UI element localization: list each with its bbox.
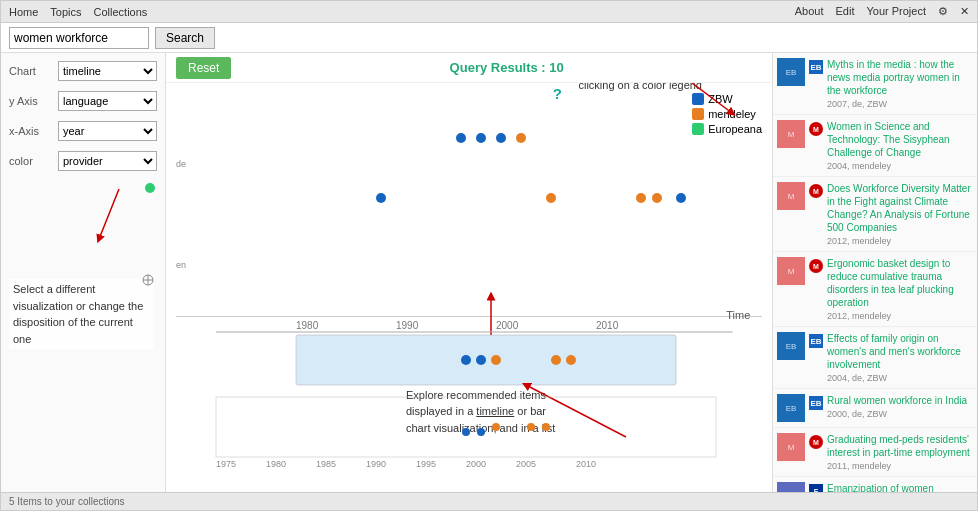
svg-text:2000: 2000 xyxy=(496,320,519,331)
result-text-block: Rural women workforce in India 2000, de,… xyxy=(827,394,973,419)
svg-line-0 xyxy=(99,189,119,239)
svg-rect-19 xyxy=(216,397,716,457)
yaxis-select[interactable]: language xyxy=(58,91,157,111)
scatter-dot[interactable] xyxy=(676,193,686,203)
mendeley-icon: M xyxy=(809,259,823,273)
color-label: color xyxy=(9,155,54,167)
result-text-block: Ergonomic basket design to reduce cumula… xyxy=(827,257,973,321)
yaxis-label: y Axis xyxy=(9,95,54,107)
result-text-block: Women in Science and Technology: The Sis… xyxy=(827,120,973,171)
scatter-dot[interactable] xyxy=(516,133,526,143)
scatter-dot[interactable] xyxy=(636,193,646,203)
color-select[interactable]: provider xyxy=(58,151,157,171)
result-thumbnail: EB xyxy=(777,332,805,360)
topbar-right: About Edit Your Project ⚙ ✕ xyxy=(795,5,969,18)
result-title: Does Workforce Diversity Matter in the F… xyxy=(827,182,973,234)
edit-link[interactable]: Edit xyxy=(836,5,855,18)
svg-point-31 xyxy=(527,423,535,431)
result-text-block: Emanzipation of women workforce/Emanzipa… xyxy=(827,482,973,492)
svg-line-4 xyxy=(692,83,732,113)
result-item[interactable]: M M Ergonomic basket design to reduce cu… xyxy=(773,252,977,327)
help-icon[interactable]: ? xyxy=(553,85,562,102)
svg-point-28 xyxy=(462,428,470,436)
xaxis-select[interactable]: year xyxy=(58,121,157,141)
result-item[interactable]: M M Graduating med-peds residents' inter… xyxy=(773,428,977,477)
mendeley-icon: M xyxy=(809,435,823,449)
svg-text:1985: 1985 xyxy=(316,459,336,469)
svg-text:1990: 1990 xyxy=(366,459,386,469)
svg-text:Time: Time xyxy=(726,309,750,321)
results-list: EB EB Myths in the media : how the news … xyxy=(773,53,977,492)
result-title: Women in Science and Technology: The Sis… xyxy=(827,120,973,159)
result-thumbnail: 📷 xyxy=(777,482,805,492)
result-title: Rural women workforce in India xyxy=(827,394,973,407)
result-item[interactable]: EB EB Rural women workforce in India 200… xyxy=(773,389,977,428)
result-meta: 2004, mendeley xyxy=(827,161,973,171)
status-text: 5 Items to your collections xyxy=(9,496,125,507)
europeana-icon: E xyxy=(809,484,823,492)
svg-point-17 xyxy=(566,355,576,365)
result-item[interactable]: EB EB Myths in the media : how the news … xyxy=(773,53,977,115)
svg-point-16 xyxy=(551,355,561,365)
main-content: Chart timeline bar chart y Axis language… xyxy=(1,53,977,492)
close-icon[interactable]: ✕ xyxy=(960,5,969,18)
svg-point-14 xyxy=(476,355,486,365)
svg-text:2005: 2005 xyxy=(516,459,536,469)
mendeley-icon: M xyxy=(809,122,823,136)
chart-label: Chart xyxy=(9,65,54,77)
eb-icon: EB xyxy=(809,396,823,410)
result-item[interactable]: 📷 E Emanzipation of women workforce/Eman… xyxy=(773,477,977,492)
result-title: Emanzipation of women workforce/Emanzipa… xyxy=(827,482,973,492)
topics-link[interactable]: Topics xyxy=(50,6,81,18)
result-text-block: Myths in the media : how the news media … xyxy=(827,58,973,109)
query-bar: Reset Query Results : 10 xyxy=(166,53,772,83)
result-meta: 2012, mendeley xyxy=(827,236,973,246)
right-panel: EB EB Myths in the media : how the news … xyxy=(772,53,977,492)
result-title: Ergonomic basket design to reduce cumula… xyxy=(827,257,973,309)
svg-point-13 xyxy=(461,355,471,365)
svg-text:1975: 1975 xyxy=(216,459,236,469)
result-title: Graduating med-peds residents' interest … xyxy=(827,433,973,459)
about-link[interactable]: About xyxy=(795,5,824,18)
select-hint: Select a different visualization or chan… xyxy=(9,279,154,349)
result-title: Myths in the media : how the news media … xyxy=(827,58,973,97)
scatter-dot[interactable] xyxy=(456,133,466,143)
svg-text:1980: 1980 xyxy=(266,459,286,469)
svg-text:2000: 2000 xyxy=(466,459,486,469)
scatter-dot[interactable] xyxy=(376,193,386,203)
home-link[interactable]: Home xyxy=(9,6,38,18)
result-meta: 2007, de, ZBW xyxy=(827,99,973,109)
scatter-dot[interactable] xyxy=(496,133,506,143)
result-item[interactable]: M M Women in Science and Technology: The… xyxy=(773,115,977,177)
gear-icon[interactable]: ⚙ xyxy=(938,5,948,18)
result-thumbnail: M xyxy=(777,433,805,461)
result-text-block: Graduating med-peds residents' interest … xyxy=(827,433,973,471)
reset-button[interactable]: Reset xyxy=(176,57,231,79)
yaxis-control-row: y Axis language xyxy=(9,91,157,111)
xaxis-label: x-Axis xyxy=(9,125,54,137)
your-project-link[interactable]: Your Project xyxy=(866,5,926,18)
svg-text:2010: 2010 xyxy=(596,320,619,331)
svg-point-30 xyxy=(492,423,500,431)
search-button[interactable]: Search xyxy=(155,27,215,49)
filter-annotation: Filter recommended items byclicking on a… xyxy=(542,83,702,94)
scatter-dot[interactable] xyxy=(546,193,556,203)
result-item[interactable]: EB EB Effects of family origin on women'… xyxy=(773,327,977,389)
result-item[interactable]: M M Does Workforce Diversity Matter in t… xyxy=(773,177,977,252)
eb-icon: EB xyxy=(809,60,823,74)
xaxis-control-row: x-Axis year xyxy=(9,121,157,141)
topbar: Home Topics Collections About Edit Your … xyxy=(1,1,977,23)
result-text-block: Does Workforce Diversity Matter in the F… xyxy=(827,182,973,246)
query-results: Query Results : 10 xyxy=(251,60,762,75)
result-text-block: Effects of family origin on women's and … xyxy=(827,332,973,383)
chart-select[interactable]: timeline bar chart xyxy=(58,61,157,81)
search-input[interactable] xyxy=(9,27,149,49)
scatter-dot[interactable] xyxy=(652,193,662,203)
result-thumbnail: M xyxy=(777,182,805,210)
collections-link[interactable]: Collections xyxy=(94,6,148,18)
statusbar: 5 Items to your collections xyxy=(1,492,977,510)
svg-text:1980: 1980 xyxy=(296,320,319,331)
svg-point-15 xyxy=(491,355,501,365)
scatter-dot[interactable] xyxy=(476,133,486,143)
timeline-chart: Time 1980 1990 2000 2010 xyxy=(176,307,762,477)
